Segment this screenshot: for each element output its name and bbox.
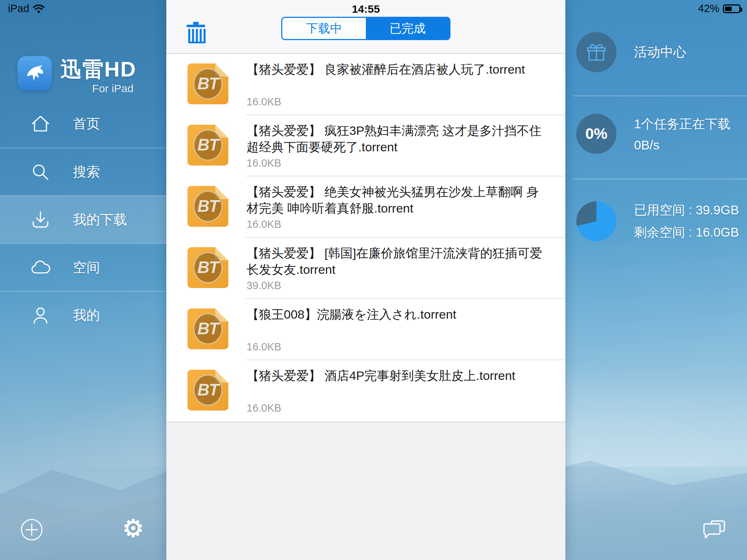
gift-icon: [586, 42, 607, 63]
bt-badge: BT: [187, 74, 228, 93]
file-size: 16.0KB: [247, 157, 543, 169]
battery-tip: [740, 8, 742, 12]
tab-bar: 下载中 已完成: [281, 17, 450, 40]
file-info: 【狼王008】浣腸液を注入され.torrent 16.0KB: [247, 299, 543, 360]
bird-icon: [23, 62, 46, 85]
bt-file-icon: BT: [187, 370, 228, 411]
download-item[interactable]: BT 【猪头爱爱】 疯狂3P熟妇丰满漂亮 这才是多汁挡不住超经典下面要硬死了.t…: [166, 115, 565, 176]
app-title: 迅雷HD: [61, 55, 136, 84]
download-item[interactable]: BT 【狼王008】浣腸液を注入され.torrent 16.0KB: [166, 299, 565, 360]
storage-pie: [576, 201, 616, 241]
status-bar: iPad 14:55 42%: [0, 0, 747, 16]
battery-fill: [725, 7, 732, 11]
app-subtitle: For iPad: [61, 82, 133, 95]
bt-badge: BT: [187, 135, 228, 155]
settings-button[interactable]: ⚙: [122, 517, 144, 540]
download-icon: [30, 209, 51, 230]
sidebar-menu: 首页 搜索 我的下载 空间: [0, 100, 166, 339]
tab-downloading[interactable]: 下载中: [282, 18, 366, 39]
storage-text: 已用空间 : 39.9GB 剩余空间 : 16.0GB: [634, 202, 739, 241]
activity-center-label: 活动中心: [634, 43, 686, 61]
battery-icon: [723, 4, 740, 13]
download-status-text: 1个任务正在下载 0B/s: [634, 116, 730, 152]
file-size: 16.0KB: [247, 218, 543, 230]
sidebar-item-my-downloads[interactable]: 我的下载: [0, 195, 166, 243]
divider: [573, 96, 747, 96]
sidebar: 迅雷HD For iPad 首页 搜索 我的下载: [0, 0, 166, 560]
right-panel: 活动中心 0% 1个任务正在下载 0B/s 已用空间 : 39.9GB 剩余空间…: [565, 0, 747, 560]
sidebar-item-home[interactable]: 首页: [0, 100, 166, 148]
search-icon: [30, 162, 51, 183]
download-item[interactable]: BT 【猪头爱爱】 良家被灌醉后在酒店被人玩了.torrent 16.0KB: [166, 54, 565, 115]
bt-badge: BT: [187, 196, 228, 216]
file-name: 【猪头爱爱】 [韩国]在廉价旅馆里汗流浃背的狂插可爱长发女友.torrent: [247, 245, 543, 278]
app-logo-row: 迅雷HD For iPad: [0, 55, 166, 95]
free-space-label: 剩余空间 : 16.0GB: [634, 224, 739, 241]
carrier-label: iPad: [8, 3, 29, 15]
bt-file-icon: BT: [187, 247, 228, 288]
bt-file-icon: BT: [187, 308, 228, 349]
file-info: 【猪头爱爱】 疯狂3P熟妇丰满漂亮 这才是多汁挡不住超经典下面要硬死了.torr…: [247, 115, 543, 176]
download-speed-label: 0B/s: [634, 138, 730, 152]
bt-file-icon: BT: [187, 125, 228, 166]
download-item[interactable]: BT 【猪头爱爱】 酒店4P完事射到美女肚皮上.torrent 16.0KB: [166, 360, 565, 421]
file-info: 【猪头爱爱】 良家被灌醉后在酒店被人玩了.torrent 16.0KB: [247, 54, 543, 115]
download-item[interactable]: BT 【猪头爱爱】 绝美女神被光头猛男在沙发上草翻啊 身材完美 呻吟听着真舒服.…: [166, 176, 565, 238]
sidebar-item-label: 我的下载: [73, 211, 127, 229]
file-size: 16.0KB: [247, 341, 543, 353]
status-time: 14:55: [352, 3, 380, 15]
file-name: 【猪头爱爱】 良家被灌醉后在酒店被人玩了.torrent: [247, 61, 543, 78]
bt-badge: BT: [187, 257, 228, 277]
battery-percent-label: 42%: [698, 3, 719, 15]
sidebar-item-space[interactable]: 空间: [0, 243, 166, 291]
status-carrier: iPad: [8, 3, 44, 15]
tasks-downloading-label: 1个任务正在下载: [634, 116, 730, 133]
bt-file-icon: BT: [187, 63, 228, 104]
trash-button[interactable]: [185, 22, 206, 44]
download-status[interactable]: 0% 1个任务正在下载 0B/s: [576, 114, 730, 154]
file-name: 【猪头爱爱】 绝美女神被光头猛男在沙发上草翻啊 身材完美 呻吟听着真舒服.tor…: [247, 184, 543, 217]
file-name: 【猪头爱爱】 酒店4P完事射到美女肚皮上.torrent: [247, 368, 543, 384]
bt-badge: BT: [187, 319, 228, 338]
wifi-icon: [33, 4, 44, 13]
file-info: 【猪头爱爱】 绝美女神被光头猛男在沙发上草翻啊 身材完美 呻吟听着真舒服.tor…: [247, 176, 543, 238]
sidebar-item-label: 首页: [73, 115, 100, 133]
gift-circle: [576, 32, 616, 72]
cloud-icon: [30, 257, 51, 278]
sidebar-item-search[interactable]: 搜索: [0, 148, 166, 195]
app-logo: [18, 56, 52, 90]
app-screen: 迅雷HD For iPad 首页 搜索 我的下载: [0, 0, 747, 560]
progress-circle: 0%: [576, 114, 616, 154]
tab-completed[interactable]: 已完成: [366, 18, 449, 39]
add-task-button[interactable]: [20, 518, 43, 541]
used-space-label: 已用空间 : 39.9GB: [634, 202, 739, 219]
progress-percent: 0%: [585, 125, 608, 143]
sidebar-item-label: 我的: [73, 306, 100, 324]
download-item[interactable]: BT 【猪头爱爱】 [韩国]在廉价旅馆里汗流浃背的狂插可爱长发女友.torren…: [166, 238, 565, 299]
download-list: BT 【猪头爱爱】 良家被灌醉后在酒店被人玩了.torrent 16.0KB B…: [166, 54, 565, 422]
status-battery: 42%: [698, 3, 740, 15]
feedback-chat-button[interactable]: [703, 519, 726, 541]
home-icon: [30, 113, 51, 135]
sidebar-item-me[interactable]: 我的: [0, 291, 166, 339]
file-size: 39.0KB: [247, 280, 543, 292]
file-size: 16.0KB: [247, 96, 543, 108]
divider: [573, 179, 747, 179]
person-icon: [30, 305, 51, 326]
activity-center[interactable]: 活动中心: [576, 32, 686, 72]
storage-status[interactable]: 已用空间 : 39.9GB 剩余空间 : 16.0GB: [576, 201, 739, 241]
bt-badge: BT: [187, 380, 228, 400]
file-info: 【猪头爱爱】 酒店4P完事射到美女肚皮上.torrent 16.0KB: [247, 360, 543, 421]
panel-footer: [166, 422, 565, 560]
file-name: 【狼王008】浣腸液を注入され.torrent: [247, 306, 543, 323]
downloads-panel: 下载中 已完成 BT 【猪头爱爱】 良家被灌醉后在酒店被人玩了.torrent …: [166, 0, 565, 560]
file-name: 【猪头爱爱】 疯狂3P熟妇丰满漂亮 这才是多汁挡不住超经典下面要硬死了.torr…: [247, 122, 543, 155]
sidebar-item-label: 搜索: [73, 163, 100, 181]
file-size: 16.0KB: [247, 402, 543, 414]
bt-file-icon: BT: [187, 186, 228, 227]
sidebar-item-label: 空间: [73, 258, 100, 277]
file-info: 【猪头爱爱】 [韩国]在廉价旅馆里汗流浃背的狂插可爱长发女友.torrent 3…: [247, 238, 543, 299]
